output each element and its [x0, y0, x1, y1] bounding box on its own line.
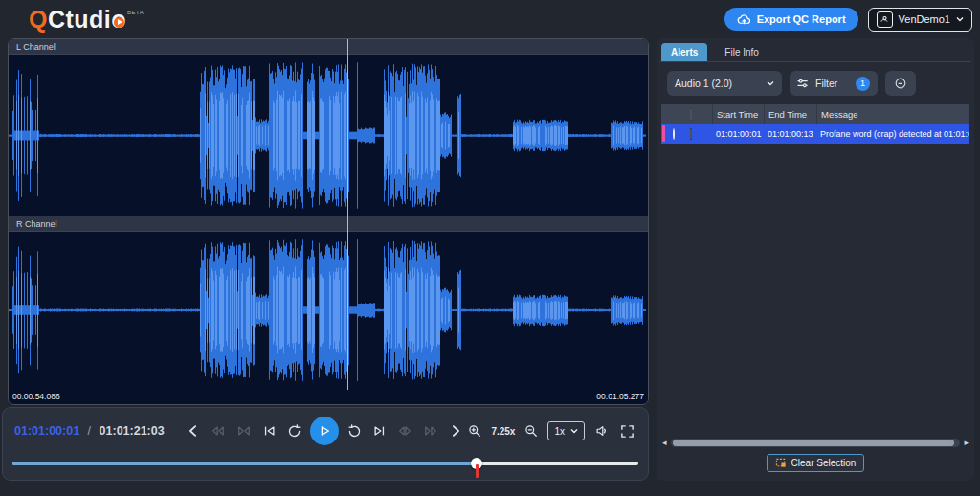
scroll-right-arrow[interactable]: ▸: [963, 439, 969, 447]
magnifier-plus-icon: [468, 424, 481, 438]
timecode-row: 00:00:54.086 00:01:05.277: [9, 389, 648, 403]
alert-severity-bar: [662, 125, 665, 142]
right-channel-waveform[interactable]: [9, 232, 646, 389]
zoom-out-button[interactable]: [523, 422, 540, 440]
scrollbar-track[interactable]: [671, 439, 961, 447]
beta-label: BETA: [127, 10, 144, 15]
clear-selection-icon: [775, 458, 787, 468]
speed-value: 1x: [554, 426, 565, 437]
replay-icon: [287, 424, 301, 439]
alert-marker: [476, 464, 479, 478]
header-message: Message: [816, 104, 969, 124]
prev-frame-button[interactable]: [185, 422, 202, 440]
transport-panel: 01:01:00:01 / 01:01:21:03 7.25x 1x: [2, 407, 649, 481]
current-timecode: 01:01:00:01: [14, 424, 79, 438]
play-button[interactable]: [310, 417, 339, 445]
tab-alerts[interactable]: Alerts: [661, 43, 707, 61]
horizontal-scrollbar[interactable]: ◂ ▸: [661, 439, 969, 447]
alert-row[interactable]: 01:01:00:01 01:01:00:13 Profane word (cr…: [661, 124, 969, 144]
next-frame-button[interactable]: [447, 422, 464, 440]
left-channel-label-bar: L Channel: [9, 39, 648, 55]
skip-start-icon: [262, 424, 277, 438]
fullscreen-icon: [620, 424, 635, 439]
view-end-timecode: 00:01:05.277: [596, 392, 644, 401]
scrollbar-thumb[interactable]: [673, 440, 955, 446]
filter-sliders-icon: [797, 78, 810, 89]
playback-speed-select[interactable]: 1x: [547, 421, 585, 440]
app-logo: QCtudio BETA: [29, 8, 144, 32]
alerts-panel: Alerts File Info Audio 1 (2.0) Filter 1: [657, 38, 974, 481]
view-start-timecode: 00:00:54.086: [12, 392, 60, 401]
comment-dash-icon: [894, 77, 907, 90]
filter-label: Filter: [815, 78, 837, 89]
fast-forward-icon: [423, 424, 438, 438]
comment-bubble-icon[interactable]: [673, 128, 675, 140]
left-channel-waveform[interactable]: [9, 55, 646, 216]
audio-track-select[interactable]: Audio 1 (2.0): [667, 71, 782, 96]
logo-play-icon: [114, 17, 124, 28]
filter-count-badge: 1: [856, 77, 870, 91]
trim-in-button[interactable]: [234, 422, 254, 440]
scroll-left-arrow[interactable]: ◂: [661, 439, 668, 447]
panel-tabs: Alerts File Info: [659, 43, 971, 62]
transport-buttons: [185, 417, 464, 445]
right-channel-label: R Channel: [16, 219, 57, 229]
filter-button[interactable]: Filter 1: [790, 71, 878, 96]
forward-icon: [347, 424, 362, 439]
trim-out-button[interactable]: [395, 422, 414, 440]
left-channel-label: L Channel: [16, 42, 56, 52]
fullscreen-button[interactable]: [618, 422, 636, 440]
alerts-table-header: Start Time End Time Message: [661, 104, 969, 124]
select-all-checkbox[interactable]: [690, 108, 692, 121]
chevron-left-icon: [187, 424, 200, 438]
alert-message: Profane word (crap) detected at 01:01:00…: [816, 129, 969, 139]
speaker-icon: [594, 424, 609, 438]
user-name: VenDemo1: [899, 13, 950, 25]
zoom-in-button[interactable]: [466, 422, 483, 440]
export-qc-report-button[interactable]: Export QC Report: [724, 8, 858, 31]
seek-bar[interactable]: [11, 452, 640, 481]
tab-file-info[interactable]: File Info: [715, 43, 768, 61]
trim-out-icon: [397, 424, 412, 438]
seek-track[interactable]: [12, 462, 638, 465]
clear-selection-button[interactable]: Clear Selection: [767, 454, 865, 472]
alert-start-time: 01:01:00:01: [712, 129, 764, 139]
forward-button[interactable]: [345, 422, 364, 440]
header-end-time: End Time: [764, 104, 816, 124]
chevron-down-icon: [956, 16, 964, 22]
trim-in-icon: [236, 424, 252, 438]
user-icon: [877, 11, 893, 28]
fast-forward-button[interactable]: [421, 422, 440, 440]
skip-end-button[interactable]: [370, 422, 389, 440]
alerts-table: Start Time End Time Message 01:01:00:01 …: [661, 104, 969, 144]
logo-o: o: [111, 8, 126, 32]
chevron-right-icon: [449, 424, 462, 438]
replay-button[interactable]: [285, 422, 303, 440]
top-bar: QCtudio BETA Export QC Report VenDemo1: [0, 0, 980, 38]
annotation-button[interactable]: [885, 71, 916, 96]
chevron-down-icon: [767, 80, 774, 86]
skip-end-icon: [372, 424, 387, 438]
timecode-display: 01:01:00:01 / 01:01:21:03: [14, 424, 185, 438]
alert-end-time: 01:01:00:13: [764, 129, 816, 139]
seek-progress: [12, 462, 477, 465]
waveform-container: L Channel R Channel 00:00:54.086 00:01:0…: [8, 38, 649, 405]
logo-text: Ctudi: [48, 8, 111, 32]
cloud-upload-icon: [737, 13, 751, 26]
user-menu[interactable]: VenDemo1: [868, 8, 972, 32]
rewind-button[interactable]: [209, 422, 228, 440]
timecode-separator: /: [88, 424, 91, 438]
right-channel-label-bar: R Channel: [9, 216, 648, 232]
magnifier-minus-icon: [524, 424, 538, 438]
zoom-level-value: 7.25x: [491, 426, 515, 437]
skip-start-button[interactable]: [260, 422, 278, 440]
play-icon: [318, 424, 331, 438]
rewind-icon: [211, 424, 226, 438]
audio-track-value: Audio 1 (2.0): [675, 78, 732, 89]
row-checkbox[interactable]: [690, 128, 692, 140]
header-start-time: Start Time: [712, 104, 764, 124]
logo-q: Q: [29, 8, 48, 32]
total-timecode: 01:01:21:03: [100, 424, 165, 438]
chevron-down-icon: [570, 428, 578, 434]
volume-button[interactable]: [592, 422, 611, 440]
